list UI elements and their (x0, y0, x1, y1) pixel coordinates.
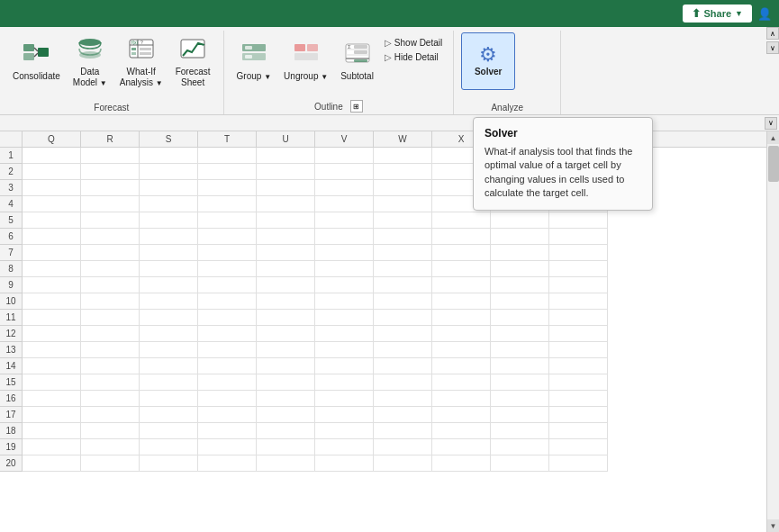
grid-cell[interactable] (491, 391, 549, 407)
grid-cell[interactable] (257, 407, 315, 423)
grid-cell[interactable] (81, 180, 140, 196)
grid-cell[interactable] (257, 261, 315, 277)
grid-cell[interactable] (549, 407, 608, 423)
grid-cell[interactable] (432, 391, 491, 407)
grid-cell[interactable] (81, 245, 140, 261)
grid-cell[interactable] (491, 293, 549, 310)
grid-cell[interactable] (198, 212, 257, 229)
grid-cell[interactable] (198, 277, 257, 293)
grid-cell[interactable] (491, 358, 549, 374)
grid-cell[interactable] (23, 310, 81, 326)
grid-cell[interactable] (140, 293, 198, 310)
grid-cell[interactable] (432, 342, 491, 358)
grid-cell[interactable] (81, 164, 140, 180)
grid-cell[interactable] (23, 293, 81, 310)
grid-cell[interactable] (491, 455, 549, 472)
grid-cell[interactable] (257, 180, 315, 196)
grid-cell[interactable] (81, 423, 140, 439)
grid-cell[interactable] (23, 455, 81, 472)
grid-cell[interactable] (491, 245, 549, 261)
forecast-sheet-button[interactable]: ForecastSheet (170, 32, 216, 92)
grid-cell[interactable] (315, 277, 374, 293)
subtotal-button[interactable]: Σ Subtotal (335, 32, 379, 90)
grid-cell[interactable] (491, 407, 549, 423)
grid-cell[interactable] (198, 148, 257, 164)
grid-cell[interactable] (198, 423, 257, 439)
grid-cell[interactable] (23, 326, 81, 342)
grid-cell[interactable] (374, 196, 432, 212)
grid-cell[interactable] (315, 391, 374, 407)
share-button[interactable]: ⬆ Share ▼ (683, 5, 753, 23)
data-model-button[interactable]: DataModel ▼ (68, 32, 113, 92)
grid-cell[interactable] (23, 407, 81, 423)
grid-cell[interactable] (491, 229, 549, 245)
what-if-button[interactable]: f(x) ? What-IfAnalysis ▼ (114, 32, 168, 92)
grid-cell[interactable] (374, 164, 432, 180)
grid-cell[interactable] (81, 358, 140, 374)
grid-cell[interactable] (374, 391, 432, 407)
grid-cell[interactable] (140, 455, 198, 472)
grid-cell[interactable] (198, 407, 257, 423)
grid-cell[interactable] (23, 277, 81, 293)
grid-cell[interactable] (432, 261, 491, 277)
grid-cell[interactable] (23, 439, 81, 455)
grid-cell[interactable] (374, 374, 432, 391)
grid-cell[interactable] (257, 310, 315, 326)
grid-cell[interactable] (315, 293, 374, 310)
grid-cell[interactable] (374, 358, 432, 374)
grid-cell[interactable] (23, 212, 81, 229)
grid-cell[interactable] (81, 439, 140, 455)
scroll-up-arrow[interactable]: ▲ (767, 131, 780, 144)
grid-cell[interactable] (257, 358, 315, 374)
grid-cell[interactable] (81, 212, 140, 229)
show-detail-button[interactable]: ▷ Show Detail (381, 36, 446, 50)
grid-cell[interactable] (315, 212, 374, 229)
grid-cell[interactable] (491, 374, 549, 391)
grid-cell[interactable] (491, 310, 549, 326)
grid-cell[interactable] (23, 261, 81, 277)
grid-cell[interactable] (257, 293, 315, 310)
grid-cell[interactable] (81, 293, 140, 310)
grid-cell[interactable] (315, 326, 374, 342)
grid-cell[interactable] (549, 326, 608, 342)
grid-cell[interactable] (140, 277, 198, 293)
grid-cell[interactable] (432, 277, 491, 293)
grid-cell[interactable] (257, 455, 315, 472)
grid-cell[interactable] (315, 310, 374, 326)
grid-cell[interactable] (374, 310, 432, 326)
grid-cell[interactable] (257, 245, 315, 261)
grid-cell[interactable] (432, 245, 491, 261)
grid-cell[interactable] (140, 358, 198, 374)
grid-cell[interactable] (374, 180, 432, 196)
grid-cell[interactable] (140, 180, 198, 196)
grid-cell[interactable] (491, 342, 549, 358)
grid-cell[interactable] (315, 423, 374, 439)
grid-cell[interactable] (198, 164, 257, 180)
grid-cell[interactable] (374, 407, 432, 423)
grid-cell[interactable] (23, 245, 81, 261)
grid-cell[interactable] (315, 245, 374, 261)
grid-cell[interactable] (374, 342, 432, 358)
ribbon-collapse-down[interactable]: ∨ (766, 41, 779, 54)
grid-cell[interactable] (81, 229, 140, 245)
grid-cell[interactable] (23, 423, 81, 439)
grid-cell[interactable] (432, 212, 491, 229)
grid-cell[interactable] (374, 293, 432, 310)
grid-cell[interactable] (140, 374, 198, 391)
grid-cell[interactable] (23, 358, 81, 374)
grid-cell[interactable] (432, 407, 491, 423)
grid-cell[interactable] (374, 212, 432, 229)
grid-cell[interactable] (198, 391, 257, 407)
grid-cell[interactable] (23, 229, 81, 245)
grid-cell[interactable] (81, 455, 140, 472)
grid-cell[interactable] (432, 455, 491, 472)
grid-cell[interactable] (549, 229, 608, 245)
grid-cell[interactable] (140, 342, 198, 358)
grid-cell[interactable] (374, 455, 432, 472)
grid-cell[interactable] (81, 261, 140, 277)
grid-cell[interactable] (23, 374, 81, 391)
grid-cell[interactable] (432, 293, 491, 310)
grid-cell[interactable] (315, 229, 374, 245)
grid-cell[interactable] (198, 229, 257, 245)
grid-cell[interactable] (140, 310, 198, 326)
